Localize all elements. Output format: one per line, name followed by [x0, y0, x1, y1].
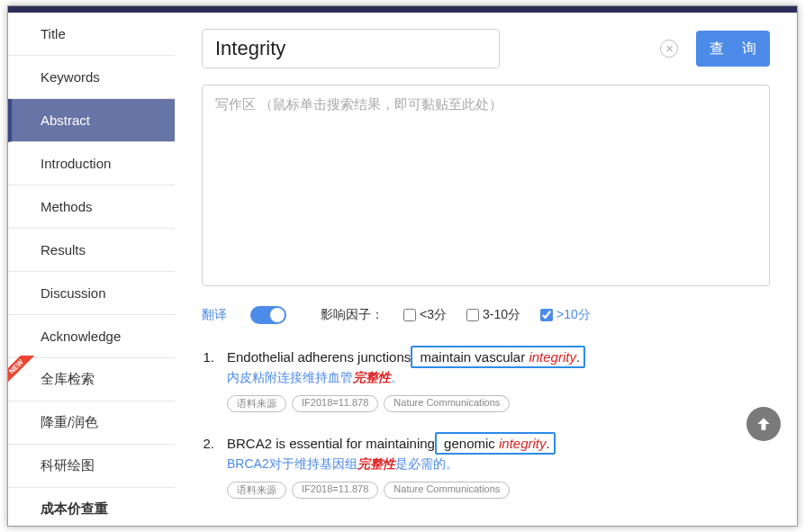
results-list: 1. Endothelial adherens junctions mainta… [202, 349, 770, 499]
sidebar-item-discussion[interactable]: Discussion [8, 272, 175, 315]
top-bar [8, 6, 797, 13]
sidebar-item-full-search[interactable]: NEW 全库检索 [8, 358, 175, 401]
sidebar-item-title[interactable]: Title [8, 13, 175, 56]
result-translation: 内皮粘附连接维持血管完整性。 [227, 370, 770, 386]
sidebar-item-methods[interactable]: Methods [8, 185, 175, 229]
result-item[interactable]: 2. BRCA2 is essential for maintaining ge… [202, 436, 770, 499]
filter-mid[interactable]: 3-10分 [466, 307, 520, 323]
translate-toggle[interactable] [250, 306, 286, 324]
arrow-up-icon [755, 415, 773, 433]
tag-source[interactable]: 语料来源 [227, 482, 286, 499]
highlight-box: maintain vascular integrity. [411, 346, 585, 368]
tag-source[interactable]: 语料来源 [227, 395, 286, 412]
tag-journal[interactable]: Nature Communications [384, 482, 510, 499]
search-input[interactable] [202, 29, 500, 68]
result-translation: BRCA2对于维持基因组完整性是必需的。 [227, 456, 770, 473]
result-item[interactable]: 1. Endothelial adherens junctions mainta… [202, 349, 770, 412]
writing-area[interactable] [202, 85, 770, 286]
sidebar-item-keywords[interactable]: Keywords [8, 56, 175, 99]
tag-journal[interactable]: Nature Communications [384, 395, 510, 412]
result-tags: 语料来源 IF2018=11.878 Nature Communications [227, 395, 770, 412]
filter-lt3[interactable]: <3分 [403, 307, 447, 323]
clear-icon[interactable]: ✕ [660, 40, 678, 58]
filter-row: 翻译 影响因子： <3分 3-10分 >10分 [202, 306, 770, 324]
query-button[interactable]: 查 询 [696, 31, 770, 67]
result-sentence: BRCA2 is essential for maintaining genom… [227, 436, 556, 451]
new-badge: NEW [7, 356, 36, 386]
sidebar-item-scientific-drawing[interactable]: 科研绘图 [8, 445, 175, 488]
sidebar: Title Keywords Abstract Introduction Met… [8, 13, 175, 526]
impact-factor-label: 影响因子： [321, 307, 384, 323]
tag-if[interactable]: IF2018=11.878 [292, 482, 378, 499]
result-number: 1. [202, 349, 214, 365]
translate-label: 翻译 [202, 307, 227, 323]
sidebar-item-introduction[interactable]: Introduction [8, 142, 175, 185]
sidebar-item-plagiarism[interactable]: 成本价查重 [8, 488, 175, 527]
scroll-top-button[interactable] [746, 407, 781, 441]
sidebar-item-acknowledge[interactable]: Acknowledge [8, 315, 175, 358]
result-tags: 语料来源 IF2018=11.878 Nature Communications [227, 482, 770, 499]
result-sentence: Endothelial adherens junctions maintain … [227, 349, 585, 365]
main-content: ✕ 查 询 翻译 影响因子： <3分 3-10分 >10分 1. E [175, 13, 797, 526]
sidebar-item-polish[interactable]: 降重/润色 [8, 401, 175, 445]
filter-gt10[interactable]: >10分 [540, 307, 591, 323]
sidebar-item-results[interactable]: Results [8, 229, 175, 272]
highlight-box: genomic integrity. [435, 432, 556, 455]
result-number: 2. [202, 436, 214, 451]
tag-if[interactable]: IF2018=11.878 [292, 395, 378, 412]
sidebar-item-abstract[interactable]: Abstract [8, 99, 175, 142]
